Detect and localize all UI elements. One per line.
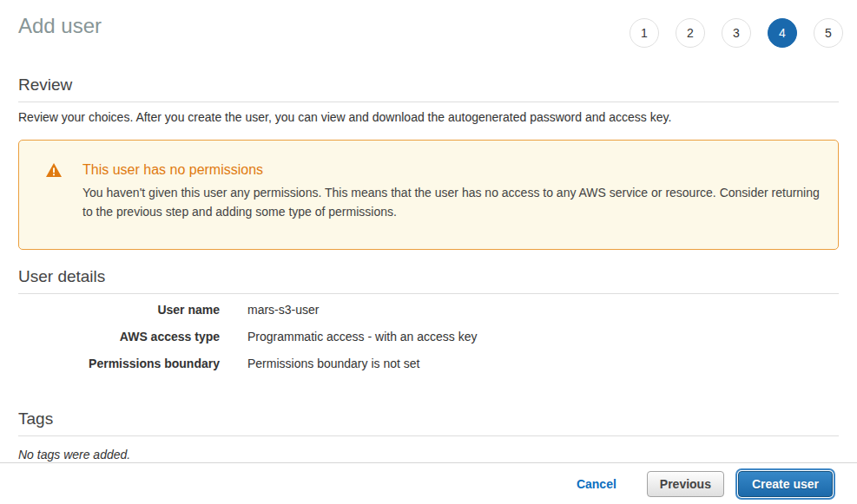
warning-title: This user has no permissions: [82, 161, 821, 179]
detail-label: AWS access type: [18, 330, 220, 344]
detail-row-permissions-boundary: Permissions boundary Permissions boundar…: [18, 357, 839, 383]
create-user-button[interactable]: Create user: [738, 471, 833, 497]
step-3: 3: [722, 18, 751, 48]
step-1: 1: [630, 18, 659, 48]
step-2: 2: [676, 18, 705, 48]
main-content: Review Review your choices. After you cr…: [18, 75, 839, 461]
warning-body: You haven't given this user any permissi…: [82, 183, 821, 221]
detail-value: Programmatic access - with an access key: [247, 330, 478, 344]
no-permissions-warning: This user has no permissions You haven't…: [18, 140, 839, 250]
review-description: Review your choices. After you create th…: [18, 110, 839, 125]
detail-row-access-type: AWS access type Programmatic access - wi…: [18, 330, 839, 357]
detail-value: Permissions boundary is not set: [247, 357, 419, 370]
warning-triangle-icon: [46, 163, 62, 177]
detail-label: User name: [18, 303, 220, 317]
user-details-heading: User details: [18, 266, 839, 294]
detail-label: Permissions boundary: [18, 357, 220, 370]
create-user-focus-ring: Create user: [735, 468, 835, 500]
step-5: 5: [814, 18, 843, 48]
user-details-rows: User name mars-s3-user AWS access type P…: [18, 294, 839, 383]
review-heading: Review: [18, 75, 839, 102]
wizard-header: Add user 1 2 3 4 5: [0, 0, 857, 54]
tags-heading: Tags: [18, 409, 839, 436]
step-indicator: 1 2 3 4 5: [630, 18, 843, 48]
detail-row-user-name: User name mars-s3-user: [18, 303, 839, 330]
cancel-button[interactable]: Cancel: [577, 477, 616, 491]
detail-value: mars-s3-user: [247, 303, 319, 317]
wizard-footer: Cancel Previous Create user: [0, 462, 857, 504]
tags-empty-message: No tags were added.: [18, 448, 839, 461]
step-4-active: 4: [768, 18, 797, 48]
previous-button[interactable]: Previous: [647, 471, 724, 497]
